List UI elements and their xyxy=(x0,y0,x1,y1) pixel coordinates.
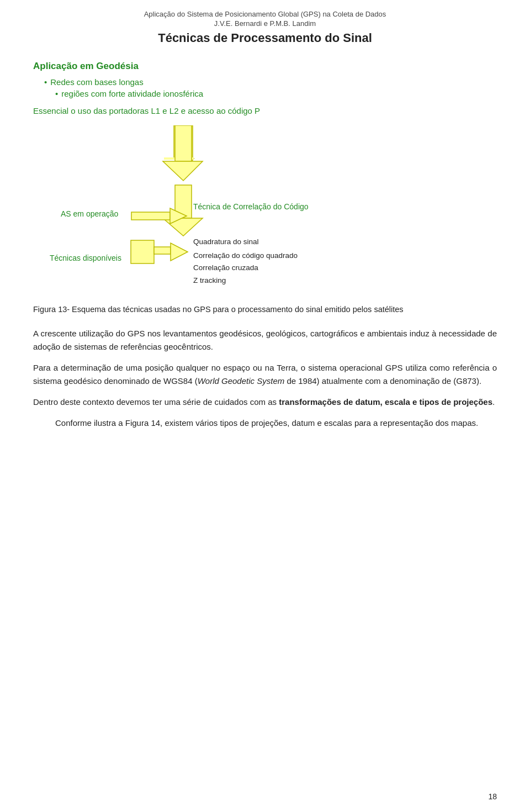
paragraph-4: Conforme ilustra a Figura 14, existem vá… xyxy=(33,416,497,430)
bullet-item-2: regiões com forte atividade ionosférica xyxy=(55,89,497,98)
svg-marker-4 xyxy=(163,161,203,181)
svg-text:Correlação do código quadrado: Correlação do código quadrado xyxy=(193,251,298,260)
svg-rect-12 xyxy=(154,247,171,254)
header-line1: Aplicação do Sistema de Posicionamento G… xyxy=(33,10,497,18)
figure-caption: Figura 13- Esquema das técnicas usadas n… xyxy=(33,304,497,316)
section-heading: Aplicação em Geodésia xyxy=(33,61,497,72)
diagram-svg: AS em operação Técnica de Correlação do … xyxy=(33,125,497,297)
diagram-area: AS em operação Técnica de Correlação do … xyxy=(33,125,497,298)
svg-marker-6 xyxy=(163,218,203,236)
essencial-line: Essencial o uso das portadoras L1 e L2 e… xyxy=(33,106,497,115)
main-title: Técnicas de Processamento do Sinal xyxy=(33,31,497,45)
paragraph-2: Para a determinação de uma posição qualq… xyxy=(33,361,497,388)
svg-text:Correlação cruzada: Correlação cruzada xyxy=(193,263,258,272)
svg-rect-7 xyxy=(131,212,170,220)
svg-rect-3 xyxy=(175,125,192,161)
svg-text:Z tracking: Z tracking xyxy=(193,276,226,284)
svg-rect-11 xyxy=(131,240,154,263)
as-em-operacao-label: AS em operação xyxy=(61,209,118,218)
svg-text:Técnicas disponíveis: Técnicas disponíveis xyxy=(50,254,121,262)
paragraph-1: A crescente utilização do GPS nos levant… xyxy=(33,327,497,354)
bullet-item-1: Redes com bases longas xyxy=(44,77,497,87)
svg-marker-13 xyxy=(171,243,188,261)
header-line2: J.V.E. Bernardi e P.M.B. Landim xyxy=(33,19,497,28)
svg-text:Quadratura do sinal: Quadratura do sinal xyxy=(193,238,259,246)
paragraph-3: Dentro deste contexto devemos ter uma sé… xyxy=(33,396,497,409)
page-container: Aplicação do Sistema de Posicionamento G… xyxy=(0,0,530,812)
page-number: 18 xyxy=(488,792,497,801)
svg-text:Técnica de Correlação do Códig: Técnica de Correlação do Código xyxy=(193,202,309,211)
